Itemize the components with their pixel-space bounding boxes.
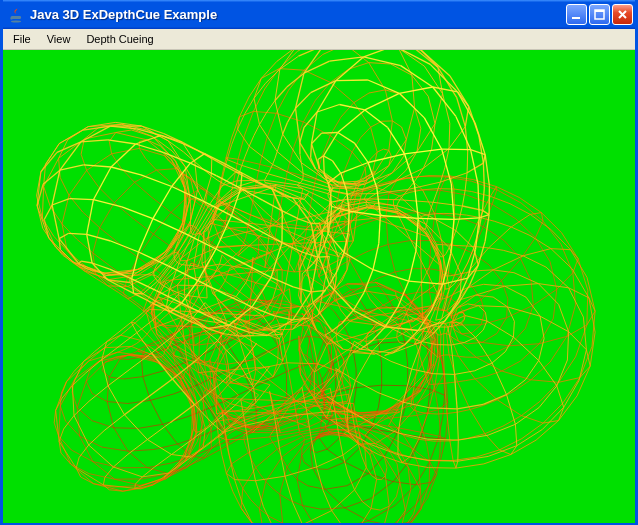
svg-line-2200 xyxy=(42,187,43,219)
svg-line-2217 xyxy=(235,480,256,481)
svg-line-3326 xyxy=(454,218,479,219)
svg-line-1200 xyxy=(451,382,458,383)
svg-line-314 xyxy=(437,454,440,474)
menu-depth-cueing[interactable]: Depth Cueing xyxy=(78,29,161,49)
java3d-canvas[interactable] xyxy=(3,50,635,523)
svg-line-627 xyxy=(417,415,420,423)
svg-line-2631 xyxy=(485,312,487,321)
svg-line-1076 xyxy=(237,476,243,488)
svg-line-1268 xyxy=(437,414,447,415)
minimize-button[interactable] xyxy=(566,4,587,25)
svg-line-2168 xyxy=(427,214,435,215)
svg-line-2796 xyxy=(265,182,270,183)
svg-line-2935 xyxy=(128,440,147,455)
svg-line-2211 xyxy=(589,298,595,332)
svg-line-2850 xyxy=(355,381,378,393)
svg-line-3337 xyxy=(409,251,416,281)
svg-line-2581 xyxy=(427,221,428,225)
svg-line-3318 xyxy=(373,270,409,281)
svg-line-1964 xyxy=(299,285,300,295)
svg-line-2911 xyxy=(539,386,557,408)
svg-line-3182 xyxy=(324,156,325,175)
svg-line-2288 xyxy=(478,270,493,271)
svg-line-1323 xyxy=(497,400,521,416)
svg-line-1517 xyxy=(300,374,305,385)
svg-line-1406 xyxy=(447,414,450,441)
svg-line-2626 xyxy=(398,200,400,203)
svg-line-2732 xyxy=(433,193,436,202)
svg-line-1872 xyxy=(279,69,304,71)
svg-line-2867 xyxy=(137,319,154,332)
svg-line-152 xyxy=(227,434,242,441)
svg-line-1870 xyxy=(304,54,323,70)
svg-line-3311 xyxy=(338,133,355,144)
svg-line-3349 xyxy=(399,93,424,118)
svg-line-1425 xyxy=(118,349,125,352)
titlebar[interactable]: Java 3D ExDepthCue Example xyxy=(3,0,635,29)
maximize-button[interactable] xyxy=(589,4,610,25)
svg-line-73 xyxy=(143,371,164,377)
svg-line-2203 xyxy=(511,227,530,236)
svg-line-3011 xyxy=(108,386,124,415)
svg-line-1941 xyxy=(385,90,392,121)
svg-line-1550 xyxy=(81,154,87,170)
svg-line-2944 xyxy=(506,337,514,351)
svg-line-387 xyxy=(133,219,153,235)
svg-line-2965 xyxy=(451,345,454,374)
svg-line-1797 xyxy=(56,382,67,411)
svg-line-2190 xyxy=(261,69,279,79)
svg-line-1363 xyxy=(442,355,444,356)
svg-line-955 xyxy=(502,361,520,371)
svg-line-1609 xyxy=(241,508,252,523)
svg-line-85 xyxy=(138,424,162,428)
svg-line-335 xyxy=(77,408,92,421)
svg-line-1743 xyxy=(530,213,541,215)
svg-line-2476 xyxy=(425,229,443,256)
svg-line-292 xyxy=(287,467,291,473)
svg-line-2432 xyxy=(297,50,319,51)
svg-line-507 xyxy=(350,251,368,260)
svg-line-76 xyxy=(393,482,416,485)
menu-file[interactable]: File xyxy=(5,29,39,49)
svg-line-2568 xyxy=(393,171,406,183)
svg-line-1164 xyxy=(87,170,99,186)
svg-line-781 xyxy=(482,334,497,343)
svg-line-1061 xyxy=(260,138,267,164)
svg-line-3330 xyxy=(399,87,432,93)
svg-line-2286 xyxy=(188,263,191,270)
svg-line-2812 xyxy=(237,189,240,190)
svg-line-3233 xyxy=(331,206,332,220)
svg-line-2937 xyxy=(513,337,538,360)
svg-line-3174 xyxy=(483,210,490,214)
svg-line-3356 xyxy=(424,118,441,149)
svg-line-3202 xyxy=(324,234,328,246)
svg-line-2810 xyxy=(298,184,299,185)
svg-line-1845 xyxy=(242,503,252,523)
svg-line-2179 xyxy=(332,511,343,523)
svg-line-1706 xyxy=(366,337,397,341)
svg-line-602 xyxy=(270,435,271,437)
svg-line-1482 xyxy=(61,453,71,464)
svg-line-360 xyxy=(287,446,303,467)
svg-line-2540 xyxy=(182,265,186,266)
svg-line-3143 xyxy=(44,205,52,219)
svg-line-2621 xyxy=(245,146,249,156)
svg-line-662 xyxy=(256,467,261,474)
svg-line-2879 xyxy=(275,152,277,159)
svg-line-2284 xyxy=(339,434,343,455)
svg-line-1653 xyxy=(222,455,227,474)
svg-line-2317 xyxy=(456,464,484,468)
svg-line-1405 xyxy=(278,346,279,361)
svg-line-2293 xyxy=(232,129,238,145)
svg-line-1382 xyxy=(253,372,256,384)
svg-line-3145 xyxy=(483,163,484,188)
svg-line-2309 xyxy=(406,108,414,140)
svg-line-1458 xyxy=(208,391,230,404)
close-button[interactable] xyxy=(612,4,633,25)
svg-line-1979 xyxy=(135,484,136,488)
svg-line-1226 xyxy=(458,382,471,410)
svg-line-1366 xyxy=(163,354,164,355)
svg-line-2150 xyxy=(495,221,512,227)
menu-view[interactable]: View xyxy=(39,29,79,49)
svg-line-1310 xyxy=(94,484,123,492)
